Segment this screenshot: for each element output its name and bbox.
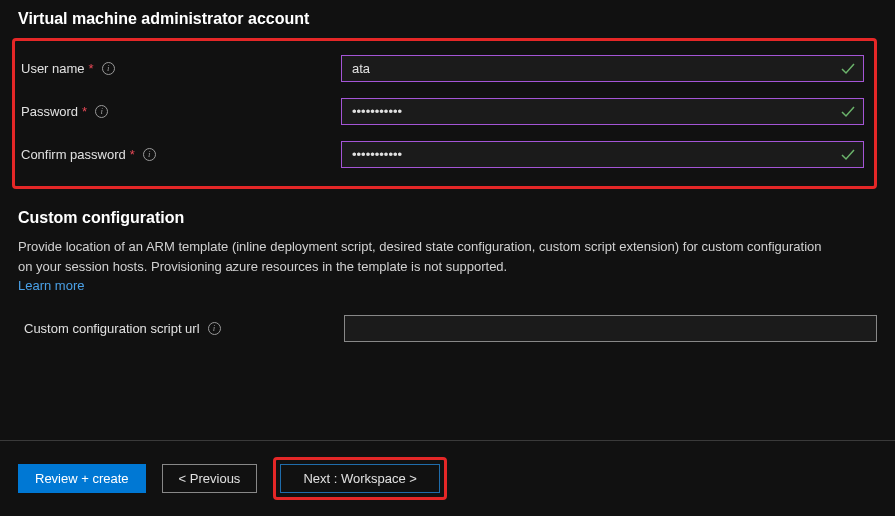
label-username-text: User name: [21, 61, 85, 76]
info-icon[interactable]: i: [95, 105, 108, 118]
confirm-password-input[interactable]: [341, 141, 864, 168]
wizard-footer: Review + create < Previous Next : Worksp…: [0, 440, 895, 516]
row-script-url: Custom configuration script url i: [18, 315, 877, 342]
admin-account-group: User name * i Password * i Confirm pas: [12, 38, 877, 189]
required-indicator: *: [82, 104, 87, 119]
required-indicator: *: [89, 61, 94, 76]
script-url-input[interactable]: [344, 315, 877, 342]
row-username: User name * i: [15, 55, 864, 82]
label-password: Password * i: [21, 104, 341, 119]
label-confirm-password: Confirm password * i: [21, 147, 341, 162]
info-icon[interactable]: i: [208, 322, 221, 335]
section-custom-title: Custom configuration: [18, 209, 877, 227]
label-username: User name * i: [21, 61, 341, 76]
password-input[interactable]: [341, 98, 864, 125]
learn-more-link[interactable]: Learn more: [18, 278, 84, 293]
previous-button[interactable]: < Previous: [162, 464, 258, 493]
custom-config-description: Provide location of an ARM template (inl…: [18, 237, 838, 276]
username-input[interactable]: [341, 55, 864, 82]
label-script-url-text: Custom configuration script url: [24, 321, 200, 336]
review-create-button[interactable]: Review + create: [18, 464, 146, 493]
label-password-text: Password: [21, 104, 78, 119]
required-indicator: *: [130, 147, 135, 162]
row-confirm-password: Confirm password * i: [15, 141, 864, 168]
label-script-url: Custom configuration script url i: [24, 321, 344, 336]
info-icon[interactable]: i: [143, 148, 156, 161]
next-workspace-button[interactable]: Next : Workspace >: [280, 464, 440, 493]
next-button-highlight: Next : Workspace >: [273, 457, 447, 500]
label-confirm-text: Confirm password: [21, 147, 126, 162]
row-password: Password * i: [15, 98, 864, 125]
section-admin-title: Virtual machine administrator account: [18, 10, 877, 28]
info-icon[interactable]: i: [102, 62, 115, 75]
